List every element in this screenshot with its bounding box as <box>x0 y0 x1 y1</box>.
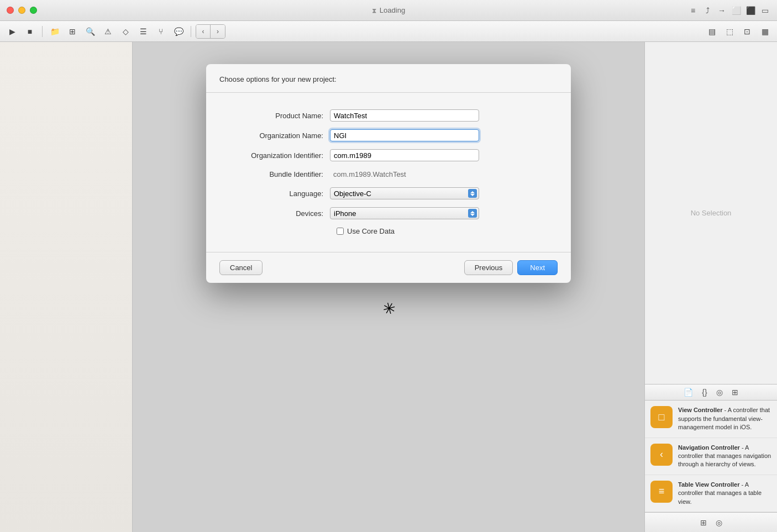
editor-toggle-icon[interactable]: ⬛ <box>745 5 756 16</box>
language-row: Language: Objective-C Swift <box>219 187 558 199</box>
table-view-controller-icon: ≡ <box>650 481 673 503</box>
forward-icon[interactable]: → <box>716 5 727 16</box>
org-identifier-row: Organization Identifier: <box>219 149 558 161</box>
previous-button[interactable]: Previous <box>464 260 513 275</box>
navigation-controller-icon: ‹ <box>650 444 673 466</box>
branch-icon[interactable]: ⑂ <box>153 24 169 39</box>
devices-row: Devices: iPhone iPad Universal <box>219 207 558 219</box>
minimize-button[interactable] <box>18 7 25 14</box>
table-view-controller-title: Table View Controller <box>678 481 739 488</box>
toolbar-divider-2 <box>191 26 191 37</box>
circle-small-icon[interactable]: ◎ <box>716 518 722 527</box>
next-button[interactable]: Next <box>517 260 558 275</box>
main-layout: Choose options for your new project: Pro… <box>0 42 777 532</box>
right-panel-bottom-toolbar: ⊞ ◎ <box>645 512 777 532</box>
language-label: Language: <box>219 189 330 198</box>
right-panel-top-toolbar: 📄 {} ◎ ⊞ <box>645 384 777 401</box>
navigation-controller-item: ‹ Navigation Controller - A controller t… <box>645 438 777 475</box>
circle-icon[interactable]: ◎ <box>716 388 723 397</box>
grid-icon[interactable]: ⊞ <box>65 24 80 39</box>
window-title-area: ⧗ Loading <box>372 6 405 14</box>
grid-icon[interactable]: ⊞ <box>732 388 738 397</box>
view-controller-icon: □ <box>650 406 673 428</box>
table-view-controller-text: Table View Controller - A controller tha… <box>678 481 771 506</box>
language-select[interactable]: Objective-C Swift <box>330 187 479 199</box>
view-controller-item: □ View Controller - A controller that su… <box>645 401 777 438</box>
editor-view-icon[interactable]: ⬚ <box>722 24 737 39</box>
left-sidebar <box>0 42 133 532</box>
org-name-row: Organization Name: <box>219 129 558 141</box>
core-data-row: Use Core Data <box>219 227 558 235</box>
grid-small-icon[interactable]: ⊞ <box>700 518 707 527</box>
devices-select-wrapper: iPhone iPad Universal <box>330 207 479 219</box>
list-icon[interactable]: ☰ <box>135 24 151 39</box>
org-identifier-label: Organization Identifier: <box>219 151 330 160</box>
loading-icon: ⧗ <box>372 7 376 14</box>
window-title: Loading <box>380 6 405 14</box>
loading-spinner: ✳ <box>382 299 395 318</box>
language-select-wrapper: Objective-C Swift <box>330 187 479 199</box>
lines-icon[interactable]: ≡ <box>687 5 699 16</box>
dialog-header: Choose options for your new project: <box>206 64 571 93</box>
window-controls <box>7 7 37 14</box>
dialog-footer: Cancel Previous Next <box>206 252 571 283</box>
org-name-input[interactable] <box>330 129 479 141</box>
table-view-controller-item: ≡ Table View Controller - A controller t… <box>645 475 777 512</box>
right-panel: No Selection 📄 {} ◎ ⊞ □ View Controller … <box>644 42 777 532</box>
core-data-checkbox[interactable] <box>337 228 344 235</box>
component-library: □ View Controller - A controller that su… <box>645 401 777 512</box>
warning-icon[interactable]: ⚠ <box>100 24 116 39</box>
no-selection-label: No Selection <box>691 209 732 217</box>
sidebar-view-icon[interactable]: ▤ <box>704 24 720 39</box>
sidebar-toggle-icon[interactable]: ⬜ <box>731 5 742 16</box>
toolbar: ▶ ■ 📁 ⊞ 🔍 ⚠ ◇ ☰ ⑂ 💬 ‹ › ▤ ⬚ ⊡ ▦ <box>0 21 777 42</box>
view-controller-text: View Controller - A controller that supp… <box>678 406 771 431</box>
stop-button[interactable]: ■ <box>22 24 38 39</box>
braces-icon[interactable]: {} <box>702 388 707 397</box>
maximize-button[interactable] <box>30 7 37 14</box>
product-name-input[interactable] <box>330 109 479 122</box>
org-name-label: Organization Name: <box>219 131 330 140</box>
spinner-icon: ✳ <box>379 297 398 319</box>
dialog-body: Product Name: Organization Name: Organiz… <box>206 93 571 252</box>
assistant-view-icon[interactable]: ⊡ <box>739 24 755 39</box>
version-view-icon[interactable]: ▦ <box>757 24 773 39</box>
breakpoint-icon[interactable]: ◇ <box>118 24 133 39</box>
nav-buttons: ‹ › <box>196 24 225 39</box>
close-button[interactable] <box>7 7 14 14</box>
share-icon[interactable]: ⤴ <box>702 5 713 16</box>
product-name-row: Product Name: <box>219 109 558 122</box>
product-name-label: Product Name: <box>219 112 330 120</box>
nav-back-button[interactable]: ‹ <box>196 25 211 38</box>
bundle-identifier-label: Bundle Identifier: <box>219 170 330 178</box>
core-data-label: Use Core Data <box>347 227 395 235</box>
navigation-controller-title: Navigation Controller <box>678 444 740 451</box>
search-icon[interactable]: 🔍 <box>82 24 98 39</box>
folder-icon[interactable]: 📁 <box>47 24 62 39</box>
title-bar-actions: ≡ ⤴ → ⬜ ⬛ ▭ <box>687 5 770 16</box>
run-button[interactable]: ▶ <box>4 24 20 39</box>
cancel-button[interactable]: Cancel <box>219 260 262 275</box>
toolbar-divider-1 <box>42 26 43 37</box>
navigation-buttons: Previous Next <box>464 260 558 275</box>
bundle-identifier-value: com.m1989.WatchTest <box>330 169 410 180</box>
dialog-title: Choose options for your new project: <box>219 75 337 83</box>
org-identifier-input[interactable] <box>330 149 479 161</box>
title-bar: ⧗ Loading ≡ ⤴ → ⬜ ⬛ ▭ <box>0 0 777 21</box>
center-area: Choose options for your new project: Pro… <box>133 42 644 532</box>
new-project-dialog: Choose options for your new project: Pro… <box>206 64 571 283</box>
chat-icon[interactable]: 💬 <box>171 24 186 39</box>
view-controller-title: View Controller <box>678 407 722 413</box>
bundle-identifier-row: Bundle Identifier: com.m1989.WatchTest <box>219 169 558 180</box>
inspector-empty-state: No Selection <box>645 42 777 384</box>
devices-label: Devices: <box>219 209 330 218</box>
inspector-toggle-icon[interactable]: ▭ <box>759 5 770 16</box>
nav-forward-button[interactable]: › <box>211 25 225 38</box>
file-icon[interactable]: 📄 <box>684 388 693 397</box>
devices-select[interactable]: iPhone iPad Universal <box>330 207 479 219</box>
navigation-controller-text: Navigation Controller - A controller tha… <box>678 444 771 469</box>
